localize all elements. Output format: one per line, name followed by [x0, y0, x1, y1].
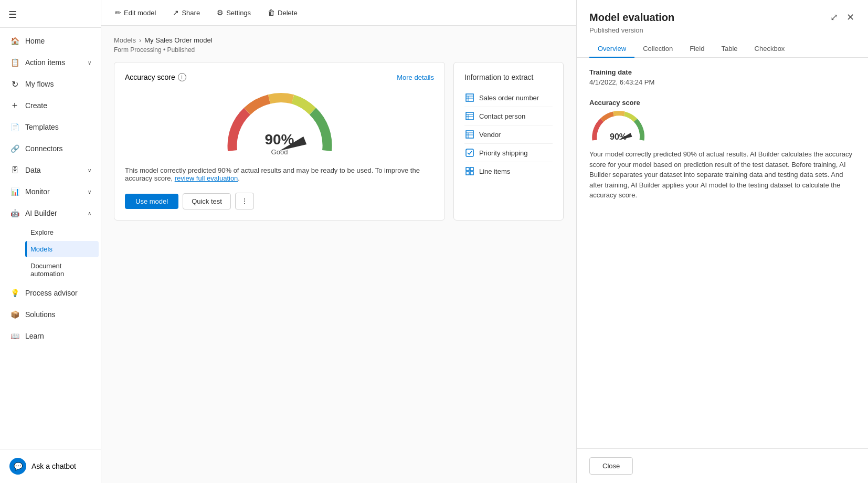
close-panel-button[interactable]: ✕	[845, 10, 855, 24]
tab-table[interactable]: Table	[713, 40, 746, 58]
toolbar: ✏ Edit model ↗ Share ⚙ Settings 🗑 Delete	[101, 0, 576, 26]
learn-icon: 📖	[9, 331, 20, 341]
sidebar-item-label: Learn	[25, 332, 44, 340]
gear-icon: ⚙	[217, 8, 224, 17]
monitor-icon: 📊	[9, 186, 20, 197]
accuracy-header: Accuracy score i More details	[125, 73, 434, 81]
tab-field[interactable]: Field	[681, 40, 713, 58]
edit-model-button[interactable]: ✏ Edit model	[112, 6, 159, 19]
gauge-label: Good	[264, 148, 294, 156]
table-icon	[464, 129, 475, 140]
toolbar-button-label: Delete	[278, 9, 298, 17]
close-button[interactable]: Close	[589, 457, 633, 475]
sidebar-item-label: Process advisor	[25, 289, 78, 297]
share-button[interactable]: ↗ Share	[170, 6, 203, 19]
sidebar-item-document-automation[interactable]: Document automation	[25, 258, 99, 282]
training-date-section: Training date 4/1/2022, 6:43:24 PM	[589, 68, 855, 86]
accuracy-description-text: Your model correctly predicted 90% of ac…	[589, 149, 855, 201]
trash-icon: 🗑	[268, 8, 275, 17]
svg-rect-9	[466, 131, 473, 138]
panel-gauge-wrap: 90%	[589, 109, 647, 143]
review-evaluation-link[interactable]: review full evaluation	[175, 174, 238, 182]
chevron-down-icon: ∨	[88, 60, 91, 66]
connectors-icon: 🔗	[9, 143, 20, 154]
grid-icon	[464, 166, 475, 176]
sidebar-item-learn[interactable]: 📖 Learn	[2, 326, 99, 346]
chevron-down-icon: ∨	[88, 167, 91, 173]
sidebar-item-label: Home	[25, 37, 45, 45]
sidebar-item-templates[interactable]: 📄 Templates	[2, 117, 99, 138]
sidebar-item-label: Document automation	[30, 262, 93, 278]
chevron-down-icon: ∨	[88, 189, 91, 195]
sidebar-item-solutions[interactable]: 📦 Solutions	[2, 304, 99, 325]
sidebar-item-models[interactable]: Models	[25, 241, 99, 257]
svg-rect-16	[466, 172, 469, 175]
sidebar-item-process-advisor[interactable]: 💡 Process advisor	[2, 282, 99, 303]
ai-builder-icon: 🤖	[9, 208, 20, 218]
action-buttons: Use model Quick test ⋮	[125, 193, 434, 209]
sidebar-item-label: Monitor	[25, 187, 50, 196]
use-model-button[interactable]: Use model	[125, 194, 178, 209]
sidebar-item-label: Solutions	[25, 310, 56, 319]
panel-tabs: Overview Collection Field Table Checkbox	[589, 40, 855, 57]
gauge-container: 90% Good	[125, 88, 434, 156]
cards-row: Accuracy score i More details	[114, 62, 564, 220]
info-item-priority-shipping: Priority shipping	[464, 144, 553, 162]
templates-icon: 📄	[9, 122, 20, 132]
breadcrumb-parent[interactable]: Models	[114, 36, 136, 44]
sidebar-top: ☰	[0, 0, 101, 28]
sidebar-item-home[interactable]: 🏠 Home	[2, 30, 99, 51]
breadcrumb: Models › My Sales Order model	[114, 36, 564, 44]
info-icon[interactable]: i	[178, 73, 186, 81]
sidebar-item-create[interactable]: + Create	[2, 95, 99, 116]
share-icon: ↗	[173, 8, 179, 17]
sidebar-item-explore[interactable]: Explore	[25, 224, 99, 240]
sidebar-item-ai-builder[interactable]: 🤖 AI Builder ∧	[2, 203, 99, 224]
sidebar-navigation: 🏠 Home 📋 Action items ∨ ↻ My flows + Cre…	[0, 28, 101, 449]
accuracy-title-text: Accuracy score	[125, 73, 175, 81]
sidebar-item-label: Models	[30, 245, 52, 253]
sidebar-item-label: Templates	[25, 123, 59, 131]
more-options-button[interactable]: ⋮	[235, 193, 254, 209]
checkbox-icon	[464, 148, 475, 158]
sidebar-item-action-items[interactable]: 📋 Action items ∨	[2, 52, 99, 73]
accuracy-card: Accuracy score i More details	[114, 62, 445, 220]
hamburger-button[interactable]: ☰	[4, 6, 21, 23]
info-item-line-items: Line items	[464, 162, 553, 180]
svg-rect-14	[466, 167, 469, 171]
chatbot-label: Ask a chatbot	[31, 462, 76, 470]
info-item-label: Contact person	[479, 112, 525, 120]
quick-test-button[interactable]: Quick test	[183, 193, 231, 209]
solutions-icon: 📦	[9, 309, 20, 320]
toolbar-button-label: Settings	[226, 9, 251, 17]
more-details-link[interactable]: More details	[397, 74, 434, 81]
svg-rect-1	[466, 94, 473, 101]
info-item-label: Sales order number	[479, 94, 539, 102]
info-item-label: Vendor	[479, 131, 501, 139]
sidebar-item-connectors[interactable]: 🔗 Connectors	[2, 138, 99, 159]
chatbot-avatar: 💬	[9, 458, 26, 475]
expand-button[interactable]: ⤢	[829, 10, 839, 24]
settings-button[interactable]: ⚙ Settings	[214, 6, 254, 19]
tab-checkbox[interactable]: Checkbox	[746, 40, 793, 58]
accuracy-title: Accuracy score i	[125, 73, 186, 81]
sidebar-item-my-flows[interactable]: ↻ My flows	[2, 74, 99, 94]
svg-rect-15	[470, 167, 473, 171]
sidebar-item-data[interactable]: 🗄 Data ∨	[2, 160, 99, 181]
toolbar-button-label: Share	[182, 9, 200, 17]
page-body: Models › My Sales Order model Form Proce…	[101, 26, 576, 483]
tab-collection[interactable]: Collection	[634, 40, 681, 58]
sidebar-item-monitor[interactable]: 📊 Monitor ∨	[2, 181, 99, 202]
right-panel: Model evaluation ⤢ ✕ Published version O…	[576, 0, 868, 483]
info-item-label: Priority shipping	[479, 149, 528, 157]
chatbot-button[interactable]: 💬 Ask a chatbot	[4, 454, 97, 479]
panel-header: Model evaluation ⤢ ✕ Published version O…	[577, 0, 868, 58]
delete-button[interactable]: 🗑 Delete	[264, 6, 301, 19]
info-card-title: Information to extract	[464, 73, 553, 81]
svg-rect-13	[466, 149, 473, 156]
sidebar-item-label: AI Builder	[25, 209, 57, 217]
sidebar-item-label: Explore	[30, 228, 54, 236]
table-icon	[464, 92, 475, 103]
tab-overview[interactable]: Overview	[589, 40, 634, 58]
svg-rect-17	[470, 172, 473, 175]
